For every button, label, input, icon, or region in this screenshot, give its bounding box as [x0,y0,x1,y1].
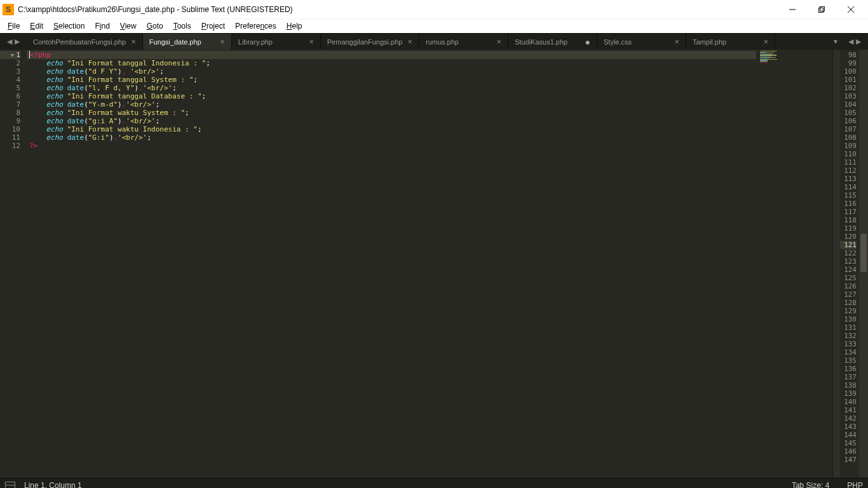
line-number[interactable]: 145 [840,439,857,447]
code-line[interactable]: echo date("l, F d, Y").'<br/>'; [27,84,756,92]
tab-history-nav-right[interactable]: ◀ ▶ [841,34,868,50]
menu-find[interactable]: Find [90,20,114,32]
line-number[interactable]: 116 [840,200,857,208]
code-line[interactable]: echo "Ini Format waktu System : "; [27,109,756,117]
line-number[interactable]: ▼1 [0,51,20,59]
line-number[interactable]: 108 [840,133,857,142]
line-number[interactable]: 111 [840,158,857,166]
line-number[interactable]: 130 [840,315,857,323]
line-number[interactable]: 146 [840,447,857,456]
minimap[interactable] [756,50,832,478]
line-number[interactable]: 104 [840,100,857,109]
line-number[interactable]: 99 [840,59,857,67]
code-line[interactable]: ?> [27,142,756,150]
menu-help[interactable]: Help [281,20,308,32]
line-number[interactable]: 12 [0,142,20,150]
line-number[interactable]: 3 [0,67,20,76]
line-number[interactable]: 135 [840,356,857,365]
line-number[interactable]: 115 [840,191,857,200]
line-number[interactable]: 6 [0,92,20,100]
left-pane-scrollbar[interactable] [832,50,840,478]
line-number[interactable]: 110 [840,150,857,158]
maximize-button[interactable] [807,0,836,19]
tab-close-icon[interactable]: × [309,37,314,46]
line-number[interactable]: 10 [0,125,20,133]
line-number[interactable]: 128 [840,299,857,307]
line-number[interactable]: 103 [840,92,857,100]
minimize-button[interactable] [778,0,807,19]
menu-project[interactable]: Project [196,20,230,32]
code-line[interactable]: <?php [27,51,756,59]
menu-file[interactable]: File [3,20,25,32]
line-number[interactable]: 114 [840,183,857,191]
line-number[interactable]: 100 [840,67,857,76]
tab-tampil-php[interactable]: Tampil.php× [686,34,775,50]
line-number[interactable]: 144 [840,431,857,439]
line-number[interactable]: 123 [840,257,857,266]
line-number[interactable]: 138 [840,381,857,390]
panel-toggle-icon[interactable] [5,482,15,489]
tab-close-icon[interactable]: × [763,37,768,46]
line-number[interactable]: 125 [840,274,857,282]
right-line-number-gutter[interactable]: 9899100101102103104105106107108109110111… [840,50,859,478]
line-number[interactable]: 119 [840,224,857,233]
tab-library-php[interactable]: Library.php× [232,34,321,50]
menu-edit[interactable]: Edit [25,20,48,32]
tab-close-icon[interactable]: × [220,37,225,46]
line-number[interactable]: 7 [0,100,20,109]
line-number[interactable]: 120 [840,233,857,241]
menu-preferences[interactable]: Preferences [230,20,281,32]
line-number[interactable]: 117 [840,208,857,216]
line-number[interactable]: 147 [840,456,857,464]
line-number[interactable]: 133 [840,340,857,348]
code-line[interactable]: echo date("d F Y"). '<br/>'; [27,67,756,76]
line-number[interactable]: 126 [840,282,857,290]
code-line[interactable]: echo "Ini Format waktu Indonesia : "; [27,125,756,133]
line-number[interactable]: 129 [840,307,857,315]
line-number[interactable]: 101 [840,76,857,84]
line-number[interactable]: 140 [840,398,857,406]
line-number[interactable]: 131 [840,323,857,332]
line-number[interactable]: 127 [840,290,857,299]
close-button[interactable] [836,0,865,19]
tab-contohpembuatanfungsi-php[interactable]: ContohPembuatanFungsi.php× [27,34,143,50]
line-number[interactable]: 107 [840,125,857,133]
line-number[interactable]: 112 [840,166,857,175]
line-number[interactable]: 5 [0,84,20,92]
line-number[interactable]: 132 [840,332,857,340]
code-line[interactable]: echo "Ini Format tanggal System : "; [27,76,756,84]
line-number[interactable]: 134 [840,348,857,356]
line-number[interactable]: 122 [840,249,857,257]
tab-style-css[interactable]: Style.css× [597,34,686,50]
line-number[interactable]: 102 [840,84,857,92]
code-line[interactable]: echo "Ini Format tanggal Database : "; [27,92,756,100]
tab-studikasus1-php[interactable]: StudiKasus1.php● [508,34,597,50]
line-number[interactable]: 105 [840,109,857,117]
line-number[interactable]: 143 [840,423,857,431]
line-number[interactable]: 106 [840,117,857,125]
line-number[interactable]: 136 [840,365,857,373]
tab-history-nav[interactable]: ◀ ▶ [0,34,27,50]
menu-tools[interactable]: Tools [168,20,196,32]
status-tab-size[interactable]: Tab Size: 4 [792,481,829,489]
menu-selection[interactable]: Selection [48,20,90,32]
dirty-indicator-icon[interactable]: ● [585,37,590,46]
line-number[interactable]: 137 [840,373,857,381]
right-pane-scrollbar[interactable] [859,50,868,478]
code-line[interactable]: echo date("g:i A").'<br/>'; [27,117,756,125]
tab-pemanggilanfungsi-php[interactable]: PemanggilanFungsi.php× [321,34,419,50]
tab-fungsi_date-php[interactable]: Fungsi_date.php× [143,34,232,50]
line-number[interactable]: 8 [0,109,20,117]
scrollbar-thumb[interactable] [860,234,867,272]
line-number[interactable]: 98 [840,51,857,59]
line-number[interactable]: 4 [0,76,20,84]
menu-view[interactable]: View [115,20,142,32]
tab-rumus-php[interactable]: rumus.php× [419,34,508,50]
line-number[interactable]: 109 [840,142,857,150]
status-syntax[interactable]: PHP [847,481,863,489]
line-number[interactable]: 124 [840,266,857,274]
tab-overflow-button[interactable]: ▼ [830,34,841,50]
code-line[interactable]: echo date("G:i").'<br/>'; [27,133,756,142]
tab-close-icon[interactable]: × [131,37,136,46]
line-number[interactable]: 121 [840,241,857,249]
